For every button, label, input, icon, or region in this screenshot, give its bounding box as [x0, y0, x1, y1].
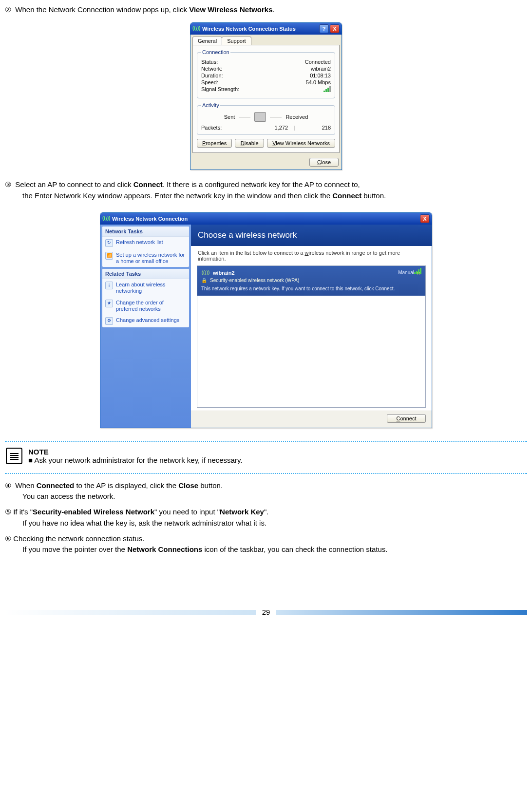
packets-row: Packets: 1,272 | 218: [201, 125, 331, 131]
status-value: Connected: [305, 59, 331, 65]
status-label: Status:: [201, 59, 218, 65]
tab-support[interactable]: Support: [222, 37, 251, 45]
gear-icon: ⚙: [105, 317, 113, 325]
activity-fieldset: Activity Sent Received Packets: 1,272 | …: [197, 102, 335, 135]
packets-received: 218: [302, 125, 331, 131]
view-wireless-networks-button[interactable]: View Wireless Networks: [267, 139, 335, 148]
wifi-icon: ((¡)): [102, 215, 110, 222]
close-row: Close: [190, 155, 342, 170]
received-label: Received: [285, 114, 308, 120]
packets-sent: 1,272: [259, 125, 288, 131]
help-button[interactable]: ?: [319, 24, 329, 33]
panel: Connection Status:Connected Network:wibr…: [192, 45, 340, 153]
connection-legend: Connection: [201, 49, 230, 55]
footer-bar-right: [276, 610, 527, 615]
note-heading: NOTE: [28, 448, 243, 456]
properties-button[interactable]: Properties: [197, 139, 232, 148]
duration-label: Duration:: [201, 73, 223, 78]
network-value: wibrain2: [311, 66, 331, 72]
network-description: This network requires a network key. If …: [201, 285, 421, 292]
sidebar-item-label: Learn about wireless networking: [116, 282, 186, 294]
info-icon: i: [105, 282, 113, 289]
page-number: 29: [262, 608, 270, 616]
tabs: General Support: [190, 35, 342, 45]
speed-value: 54.0 Mbps: [306, 79, 331, 85]
titlebar: ((¡)) Wireless Network Connection X: [100, 213, 432, 225]
step-3: ③ Select an AP to connect to and click C…: [5, 179, 527, 202]
connect-row: Connect: [191, 411, 432, 428]
step-6: ⑥ Checking the network connection status…: [5, 533, 527, 556]
sidebar-item-label: Set up a wireless network for a home or …: [116, 252, 186, 265]
antenna-icon: ((¡)): [201, 269, 210, 277]
speed-label: Speed:: [201, 79, 218, 85]
sidebar-item-label: Refresh network list: [116, 239, 163, 246]
network-security: 🔒 Security-enabled wireless network (WPA…: [201, 278, 421, 284]
network-ssid: wibrain2: [213, 270, 235, 276]
related-tasks-heading: Related Tasks: [102, 269, 189, 279]
hint-text: Click an item in the list below to conne…: [191, 246, 432, 265]
network-list: ((¡)) wibrain2 Manual ★ 🔒: [197, 265, 426, 408]
sidebar-item-setup[interactable]: 📶 Set up a wireless network for a home o…: [102, 249, 189, 267]
step-2: ② When the Network Connection window pop…: [5, 5, 527, 15]
note-icon: [6, 448, 22, 464]
sidebar-item-learn[interactable]: i Learn about wireless networking: [102, 279, 189, 297]
wireless-connection-dialog: ((¡)) Wireless Network Connection X Netw…: [100, 212, 432, 428]
packets-label: Packets:: [201, 125, 259, 131]
disable-button[interactable]: Disable: [235, 139, 264, 148]
note-body: ■ Ask your network administrator for the…: [28, 456, 243, 464]
sidebar-item-label: Change the order of preferred networks: [116, 300, 186, 312]
page-footer: 29: [5, 608, 527, 616]
activity-graphic: Sent Received: [201, 112, 331, 122]
note: NOTE ■ Ask your network administrator fo…: [5, 448, 527, 464]
close-icon[interactable]: X: [420, 214, 430, 223]
manual-page: ② When the Network Connection window pop…: [0, 0, 532, 631]
divider: [5, 473, 527, 474]
step-5: ⑤ If it's "Security-enabled Wireless Net…: [5, 506, 527, 529]
titlebar: ((¡)) Wireless Network Connection Status…: [190, 23, 342, 35]
signal-bars: [323, 86, 331, 93]
close-button[interactable]: Close: [309, 158, 339, 167]
sent-label: Sent: [224, 114, 235, 120]
wireless-status-dialog: ((¡)) Wireless Network Connection Status…: [190, 22, 342, 170]
divider: [5, 441, 527, 442]
sidebar-item-advanced[interactable]: ⚙ Change advanced settings: [102, 315, 189, 327]
wifi-icon: ((¡)): [192, 25, 200, 32]
connection-fieldset: Connection Status:Connected Network:wibr…: [197, 49, 335, 98]
network-tasks-card: Network Tasks ↻ Refresh network list 📶 S…: [102, 227, 189, 267]
connect-button[interactable]: Connect: [387, 414, 426, 423]
button-row: Properties Disable View Wireless Network…: [197, 139, 335, 148]
activity-legend: Activity: [201, 102, 220, 108]
duration-value: 01:08:13: [310, 73, 331, 78]
footer-bar-left: [5, 610, 256, 615]
step-4: ④ When Connected to the AP is displayed,…: [5, 480, 527, 503]
sidebar: Network Tasks ↻ Refresh network list 📶 S…: [100, 225, 191, 428]
note-text: NOTE ■ Ask your network administrator fo…: [28, 448, 243, 464]
refresh-icon: ↻: [105, 239, 113, 247]
computer-icon: [254, 112, 266, 122]
network-tasks-heading: Network Tasks: [102, 227, 189, 237]
related-tasks-card: Related Tasks i Learn about wireless net…: [102, 269, 189, 327]
signal-bars: [414, 268, 421, 275]
sidebar-item-label: Change advanced settings: [116, 317, 179, 323]
network-item[interactable]: ((¡)) wibrain2 Manual ★ 🔒: [197, 266, 425, 296]
network-label: Network:: [201, 66, 222, 72]
dialog-body: Network Tasks ↻ Refresh network list 📶 S…: [100, 225, 432, 428]
antenna-icon: 📶: [105, 252, 113, 260]
dialog-title: Wireless Network Connection Status: [202, 26, 296, 32]
choose-network-heading: Choose a wireless network: [191, 225, 432, 246]
sidebar-item-refresh[interactable]: ↻ Refresh network list: [102, 237, 189, 249]
sidebar-item-order[interactable]: ★ Change the order of preferred networks: [102, 297, 189, 315]
signal-label: Signal Strength:: [201, 86, 239, 93]
dialog-title: Wireless Network Connection: [112, 216, 188, 222]
star-icon: ★: [105, 300, 113, 307]
tab-general[interactable]: General: [192, 37, 222, 45]
main-panel: Choose a wireless network Click an item …: [191, 225, 432, 428]
close-icon[interactable]: X: [330, 24, 340, 33]
lock-icon: 🔒: [201, 278, 207, 284]
